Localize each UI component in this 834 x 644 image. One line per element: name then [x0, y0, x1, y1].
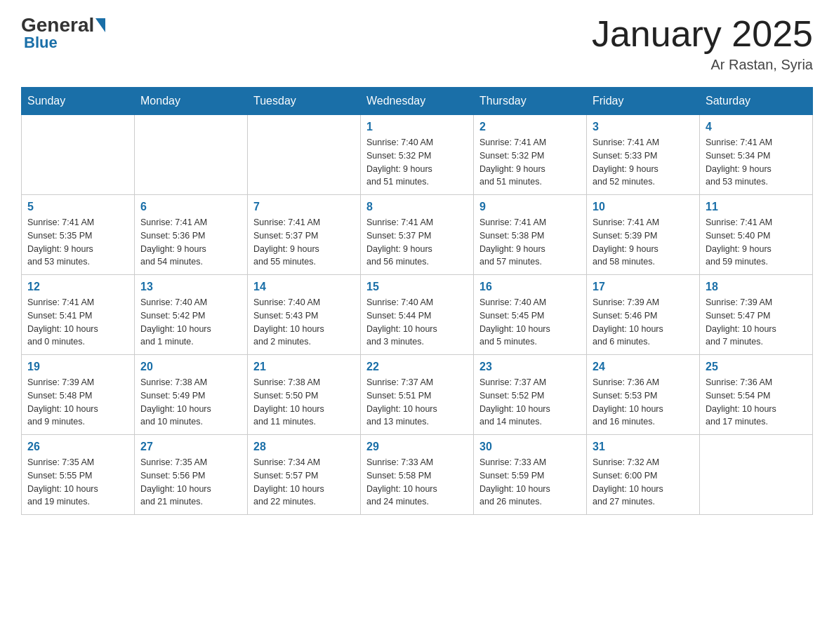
calendar-week-row-5: 26Sunrise: 7:35 AMSunset: 5:55 PMDayligh… [22, 435, 813, 515]
calendar-cell [135, 115, 248, 195]
day-number: 10 [593, 201, 694, 213]
calendar-weekday-monday: Monday [135, 88, 248, 115]
day-info: Sunrise: 7:38 AMSunset: 5:50 PMDaylight:… [253, 376, 355, 429]
day-info: Sunrise: 7:33 AMSunset: 5:59 PMDaylight:… [479, 456, 581, 509]
calendar-weekday-sunday: Sunday [22, 88, 135, 115]
day-info: Sunrise: 7:37 AMSunset: 5:51 PMDaylight:… [366, 376, 468, 429]
calendar-cell: 28Sunrise: 7:34 AMSunset: 5:57 PMDayligh… [248, 435, 361, 515]
title-block: January 2025 Ar Rastan, Syria [592, 14, 813, 73]
day-info: Sunrise: 7:41 AMSunset: 5:32 PMDaylight:… [479, 136, 581, 189]
calendar-weekday-thursday: Thursday [474, 88, 587, 115]
day-number: 18 [706, 281, 807, 293]
day-number: 28 [253, 441, 355, 453]
day-info: Sunrise: 7:41 AMSunset: 5:40 PMDaylight:… [706, 216, 807, 269]
calendar-cell: 4Sunrise: 7:41 AMSunset: 5:34 PMDaylight… [700, 115, 813, 195]
calendar-cell: 1Sunrise: 7:40 AMSunset: 5:32 PMDaylight… [361, 115, 474, 195]
calendar-cell: 10Sunrise: 7:41 AMSunset: 5:39 PMDayligh… [587, 195, 700, 275]
calendar-week-row-1: 1Sunrise: 7:40 AMSunset: 5:32 PMDaylight… [22, 115, 813, 195]
calendar-cell: 15Sunrise: 7:40 AMSunset: 5:44 PMDayligh… [361, 275, 474, 355]
calendar-cell [700, 435, 813, 515]
day-info: Sunrise: 7:40 AMSunset: 5:45 PMDaylight:… [479, 296, 581, 349]
calendar-cell: 5Sunrise: 7:41 AMSunset: 5:35 PMDaylight… [22, 195, 135, 275]
day-number: 2 [479, 121, 581, 133]
day-number: 1 [366, 121, 468, 133]
calendar-cell: 19Sunrise: 7:39 AMSunset: 5:48 PMDayligh… [22, 355, 135, 435]
day-number: 22 [366, 361, 468, 373]
day-info: Sunrise: 7:40 AMSunset: 5:32 PMDaylight:… [366, 136, 468, 189]
month-title: January 2025 [592, 14, 813, 54]
day-info: Sunrise: 7:41 AMSunset: 5:37 PMDaylight:… [366, 216, 468, 269]
day-info: Sunrise: 7:33 AMSunset: 5:58 PMDaylight:… [366, 456, 468, 509]
day-number: 9 [479, 201, 581, 213]
day-info: Sunrise: 7:41 AMSunset: 5:36 PMDaylight:… [140, 216, 241, 269]
day-number: 31 [593, 441, 694, 453]
day-info: Sunrise: 7:41 AMSunset: 5:38 PMDaylight:… [479, 216, 581, 269]
day-number: 29 [366, 441, 468, 453]
calendar-weekday-friday: Friday [587, 88, 700, 115]
calendar-cell: 31Sunrise: 7:32 AMSunset: 6:00 PMDayligh… [587, 435, 700, 515]
day-number: 30 [479, 441, 581, 453]
day-number: 4 [706, 121, 807, 133]
calendar-cell: 9Sunrise: 7:41 AMSunset: 5:38 PMDaylight… [474, 195, 587, 275]
day-info: Sunrise: 7:41 AMSunset: 5:33 PMDaylight:… [593, 136, 694, 189]
calendar-cell: 6Sunrise: 7:41 AMSunset: 5:36 PMDaylight… [135, 195, 248, 275]
calendar-cell: 16Sunrise: 7:40 AMSunset: 5:45 PMDayligh… [474, 275, 587, 355]
calendar-cell: 7Sunrise: 7:41 AMSunset: 5:37 PMDaylight… [248, 195, 361, 275]
calendar-cell: 21Sunrise: 7:38 AMSunset: 5:50 PMDayligh… [248, 355, 361, 435]
day-number: 12 [27, 281, 128, 293]
day-number: 11 [706, 201, 807, 213]
day-info: Sunrise: 7:39 AMSunset: 5:47 PMDaylight:… [706, 296, 807, 349]
page-header: General Blue January 2025 Ar Rastan, Syr… [21, 14, 813, 73]
calendar-table: SundayMondayTuesdayWednesdayThursdayFrid… [21, 87, 813, 515]
day-info: Sunrise: 7:35 AMSunset: 5:56 PMDaylight:… [140, 456, 241, 509]
day-number: 27 [140, 441, 241, 453]
calendar-cell: 25Sunrise: 7:36 AMSunset: 5:54 PMDayligh… [700, 355, 813, 435]
day-info: Sunrise: 7:39 AMSunset: 5:48 PMDaylight:… [27, 376, 128, 429]
calendar-cell: 22Sunrise: 7:37 AMSunset: 5:51 PMDayligh… [361, 355, 474, 435]
calendar-week-row-3: 12Sunrise: 7:41 AMSunset: 5:41 PMDayligh… [22, 275, 813, 355]
day-info: Sunrise: 7:40 AMSunset: 5:42 PMDaylight:… [140, 296, 241, 349]
day-info: Sunrise: 7:38 AMSunset: 5:49 PMDaylight:… [140, 376, 241, 429]
calendar-weekday-saturday: Saturday [700, 88, 813, 115]
day-info: Sunrise: 7:41 AMSunset: 5:41 PMDaylight:… [27, 296, 128, 349]
calendar-cell: 18Sunrise: 7:39 AMSunset: 5:47 PMDayligh… [700, 275, 813, 355]
day-number: 7 [253, 201, 355, 213]
day-info: Sunrise: 7:36 AMSunset: 5:53 PMDaylight:… [593, 376, 694, 429]
day-number: 5 [27, 201, 128, 213]
calendar-week-row-2: 5Sunrise: 7:41 AMSunset: 5:35 PMDaylight… [22, 195, 813, 275]
day-number: 14 [253, 281, 355, 293]
day-number: 25 [706, 361, 807, 373]
calendar-cell: 30Sunrise: 7:33 AMSunset: 5:59 PMDayligh… [474, 435, 587, 515]
day-number: 8 [366, 201, 468, 213]
calendar-cell: 12Sunrise: 7:41 AMSunset: 5:41 PMDayligh… [22, 275, 135, 355]
logo-triangle-icon [95, 18, 105, 32]
calendar-weekday-wednesday: Wednesday [361, 88, 474, 115]
day-info: Sunrise: 7:37 AMSunset: 5:52 PMDaylight:… [479, 376, 581, 429]
calendar-cell: 27Sunrise: 7:35 AMSunset: 5:56 PMDayligh… [135, 435, 248, 515]
day-number: 24 [593, 361, 694, 373]
logo-blue-text: Blue [24, 34, 58, 52]
calendar-cell: 11Sunrise: 7:41 AMSunset: 5:40 PMDayligh… [700, 195, 813, 275]
calendar-cell: 8Sunrise: 7:41 AMSunset: 5:37 PMDaylight… [361, 195, 474, 275]
calendar-cell [22, 115, 135, 195]
day-number: 26 [27, 441, 128, 453]
day-info: Sunrise: 7:41 AMSunset: 5:34 PMDaylight:… [706, 136, 807, 189]
calendar-cell: 26Sunrise: 7:35 AMSunset: 5:55 PMDayligh… [22, 435, 135, 515]
calendar-weekday-tuesday: Tuesday [248, 88, 361, 115]
calendar-cell [248, 115, 361, 195]
day-number: 3 [593, 121, 694, 133]
day-info: Sunrise: 7:35 AMSunset: 5:55 PMDaylight:… [27, 456, 128, 509]
day-info: Sunrise: 7:32 AMSunset: 6:00 PMDaylight:… [593, 456, 694, 509]
calendar-cell: 14Sunrise: 7:40 AMSunset: 5:43 PMDayligh… [248, 275, 361, 355]
day-info: Sunrise: 7:39 AMSunset: 5:46 PMDaylight:… [593, 296, 694, 349]
day-info: Sunrise: 7:40 AMSunset: 5:43 PMDaylight:… [253, 296, 355, 349]
calendar-cell: 20Sunrise: 7:38 AMSunset: 5:49 PMDayligh… [135, 355, 248, 435]
day-number: 20 [140, 361, 241, 373]
logo: General Blue [21, 14, 107, 52]
day-number: 16 [479, 281, 581, 293]
location: Ar Rastan, Syria [592, 57, 813, 73]
calendar-cell: 13Sunrise: 7:40 AMSunset: 5:42 PMDayligh… [135, 275, 248, 355]
day-number: 19 [27, 361, 128, 373]
day-number: 13 [140, 281, 241, 293]
calendar-cell: 17Sunrise: 7:39 AMSunset: 5:46 PMDayligh… [587, 275, 700, 355]
